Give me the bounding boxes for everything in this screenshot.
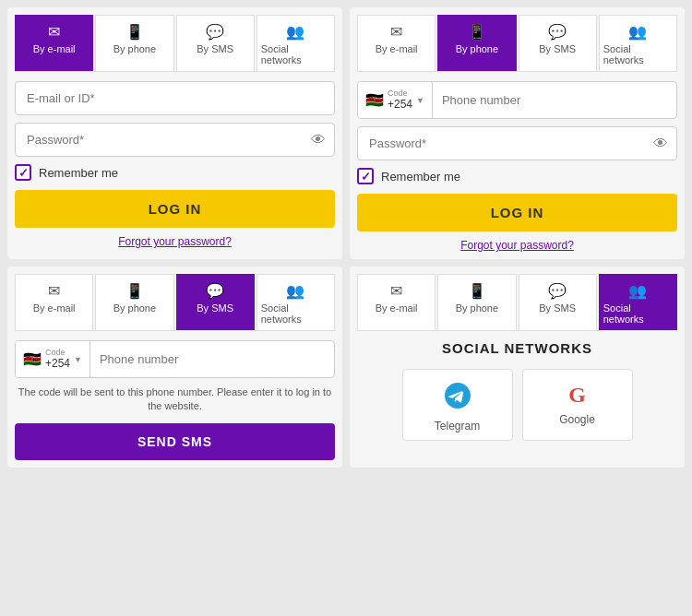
social-icon-tr: 👥 [628,23,647,41]
tab-phone-label-tr: By phone [456,43,498,54]
remember-label-tl: Remember me [39,166,118,180]
code-label-bl: Code [45,349,70,357]
tab-phone-label-tl: By phone [113,43,156,54]
code-label-tr: Code [388,89,412,98]
google-icon: G [568,383,586,408]
login-button-tl[interactable]: LOG IN [15,190,335,228]
email-icon-br: ✉ [390,282,402,300]
phone-icon-bl: 📱 [125,282,144,300]
send-sms-button-bl[interactable]: SEND SMS [15,423,335,460]
kenya-flag-bl: 🇰🇪 [23,350,42,368]
tab-social-tr[interactable]: 👥 Social networks [599,15,677,71]
phone-input-bl[interactable] [90,341,334,377]
panel-bottom-right: ✉ By e-mail 📱 By phone 💬 By SMS 👥 Social… [350,267,685,468]
social-icon-tl: 👥 [286,23,304,41]
country-select-bl[interactable]: 🇰🇪 Code +254 ▼ [16,341,90,377]
remember-row-tl: Remember me [15,164,335,181]
tab-email-label-br: By e-mail [376,302,418,314]
phone-field-group-tr: 🇰🇪 Code +254 ▼ [357,81,677,119]
password-field-group-tr: 👁 [357,126,677,160]
tab-sms-tl[interactable]: 💬 By SMS [176,15,255,71]
tab-email-tr[interactable]: ✉ By e-mail [357,15,435,71]
login-button-tr[interactable]: LOG IN [357,194,677,231]
telegram-icon [445,383,471,414]
top-row: ✉ By e-mail 📱 By phone 💬 By SMS 👥 Social… [7,7,685,259]
remember-checkbox-tr[interactable] [357,168,374,184]
tab-social-label-br: Social networks [603,302,673,325]
remember-label-tr: Remember me [381,170,460,184]
tab-email-br[interactable]: ✉ By e-mail [357,274,435,330]
tab-bar-top-right: ✉ By e-mail 📱 By phone 💬 By SMS 👥 Social… [357,15,677,72]
google-label: Google [559,413,595,426]
email-icon-tr: ✉ [390,23,402,41]
chevron-icon-bl: ▼ [74,355,82,364]
tab-bar-top-left: ✉ By e-mail 📱 By phone 💬 By SMS 👥 Social… [15,15,335,72]
tab-bar-bottom-right: ✉ By e-mail 📱 By phone 💬 By SMS 👥 Social… [357,274,677,331]
tab-email-bl[interactable]: ✉ By e-mail [15,274,93,330]
password-input-tr[interactable] [357,126,677,160]
email-input-tl[interactable] [15,81,335,115]
country-select-tr[interactable]: 🇰🇪 Code +254 ▼ [358,82,433,118]
code-val-tr: +254 [388,98,412,111]
tab-sms-label-tr: By SMS [539,43,576,54]
sms-icon-bl: 💬 [206,282,224,300]
tab-phone-bl[interactable]: 📱 By phone [95,274,173,330]
phone-input-tr[interactable] [433,82,676,118]
sms-note-bl: The code will be sent to this phone numb… [15,385,335,414]
tab-social-label-tr: Social networks [603,43,673,65]
chevron-icon-tr: ▼ [416,96,424,105]
sms-icon-br: 💬 [548,282,567,300]
password-input-tl[interactable] [15,123,335,157]
eye-icon-tr[interactable]: 👁 [653,136,668,152]
forgot-link-tr[interactable]: Forgot your password? [357,239,677,252]
code-block-bl: Code +254 [45,349,70,370]
bottom-row: ✉ By e-mail 📱 By phone 💬 By SMS 👥 Social… [7,267,685,468]
phone-icon-br: 📱 [468,282,486,300]
tab-phone-tr[interactable]: 📱 By phone [437,15,516,71]
google-button[interactable]: G Google [522,369,633,441]
tab-email-label-tr: By e-mail [376,43,418,54]
tab-sms-label-br: By SMS [539,302,576,314]
forgot-link-tl[interactable]: Forgot your password? [15,235,335,248]
social-icon-br: 👥 [628,282,647,300]
tab-sms-label-bl: By SMS [197,302,233,314]
password-field-group-tl: 👁 [15,123,335,157]
code-val-bl: +254 [45,357,70,370]
tab-sms-tr[interactable]: 💬 By SMS [519,15,597,71]
tab-phone-label-bl: By phone [113,302,156,314]
email-field-group-tl [15,81,335,115]
tab-phone-br[interactable]: 📱 By phone [437,274,516,330]
social-buttons-container: Telegram G Google [357,369,677,441]
tab-sms-bl[interactable]: 💬 By SMS [176,274,255,330]
remember-row-tr: Remember me [357,168,677,184]
phone-field-group-bl: 🇰🇪 Code +254 ▼ [15,340,335,378]
tab-social-label-bl: Social networks [261,302,330,325]
tab-bar-bottom-left: ✉ By e-mail 📱 By phone 💬 By SMS 👥 Social… [15,274,335,331]
tab-email-label-tl: By e-mail [33,43,76,54]
email-icon-tl: ✉ [48,23,60,41]
tab-sms-br[interactable]: 💬 By SMS [519,274,597,330]
tab-phone-label-br: By phone [456,302,498,314]
tab-sms-label-tl: By SMS [197,43,233,54]
tab-social-tl[interactable]: 👥 Social networks [257,15,335,71]
phone-icon-tl: 📱 [125,23,144,41]
email-icon-bl: ✉ [48,282,60,300]
tab-email-label-bl: By e-mail [33,302,76,314]
telegram-button[interactable]: Telegram [402,369,513,441]
tab-social-bl[interactable]: 👥 Social networks [257,274,335,330]
sms-icon-tr: 💬 [548,23,567,41]
tab-social-label-tl: Social networks [261,43,330,65]
panel-top-right: ✉ By e-mail 📱 By phone 💬 By SMS 👥 Social… [350,7,685,259]
tab-social-br[interactable]: 👥 Social networks [599,274,677,330]
panel-bottom-left: ✉ By e-mail 📱 By phone 💬 By SMS 👥 Social… [7,267,342,468]
phone-row-tr: 🇰🇪 Code +254 ▼ [357,81,677,119]
telegram-label: Telegram [435,420,480,432]
kenya-flag-tr: 🇰🇪 [365,91,384,109]
tab-phone-tl[interactable]: 📱 By phone [95,15,173,71]
code-block-tr: Code +254 [388,89,412,111]
eye-icon-tl[interactable]: 👁 [311,132,326,148]
phone-row-bl: 🇰🇪 Code +254 ▼ [15,340,335,378]
remember-checkbox-tl[interactable] [15,164,31,181]
panel-top-left: ✉ By e-mail 📱 By phone 💬 By SMS 👥 Social… [7,7,342,259]
tab-email-tl[interactable]: ✉ By e-mail [15,15,93,71]
